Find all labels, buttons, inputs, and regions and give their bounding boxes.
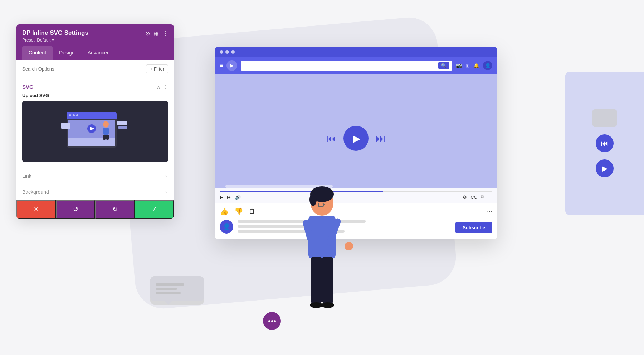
background-chevron-icon: ∨ [165, 190, 168, 195]
nav-search-input[interactable] [244, 63, 436, 68]
link-section[interactable]: Link ∨ [16, 168, 174, 184]
more-options-icon[interactable]: ··· [487, 208, 492, 215]
kebab-menu-icon[interactable]: ⋮ [162, 30, 168, 37]
svg-rect-30 [322, 257, 333, 303]
subtitles-icon[interactable]: ⚙ [463, 195, 467, 200]
like-icon[interactable]: 👍 [220, 207, 229, 216]
tab-advanced[interactable]: Advanced [81, 46, 116, 60]
nav-search-button[interactable]: 🔍 [438, 62, 449, 69]
grid-icon[interactable]: ⊞ [465, 63, 470, 68]
svg-rect-2 [67, 117, 117, 119]
action-bar: ✕ ↺ ↻ ✓ [16, 200, 174, 219]
browser-titlebar [215, 47, 497, 57]
svg-rect-15 [117, 121, 127, 125]
right-play-button[interactable]: ▶ [596, 159, 614, 177]
svg-point-32 [321, 302, 334, 308]
purple-chat-dot[interactable] [263, 312, 281, 330]
link-chevron-icon: ∨ [165, 173, 168, 178]
dot-3 [274, 320, 276, 322]
svg-rect-37 [156, 292, 181, 294]
background-section-title: Background [22, 189, 49, 195]
panel-search-bar: + Filter [16, 60, 174, 78]
svg-marker-34 [165, 301, 172, 305]
panel-header-icons: ⊙ ▦ ⋮ [145, 30, 168, 37]
svg-rect-16 [118, 126, 127, 129]
fullscreen-icon[interactable]: ⛶ [488, 195, 492, 200]
svg-marker-39 [599, 125, 605, 127]
panel-title: DP Inline SVG Settings [22, 29, 145, 37]
hamburger-icon[interactable]: ≡ [220, 62, 223, 69]
nav-play-icon: ▶ [230, 63, 234, 68]
browser-nav: ≡ ▶ 🔍 📷 ⊞ 🔔 👤 [215, 57, 497, 74]
right-ghost-chat [592, 109, 617, 127]
big-play-button[interactable]: ▶ [343, 126, 369, 151]
next-control-icon[interactable]: ⏭ [227, 195, 231, 200]
link-section-title: Link [22, 173, 31, 179]
svg-rect-13 [106, 135, 109, 140]
svg-rect-12 [103, 135, 106, 140]
browser-dot-2 [225, 50, 229, 54]
chat-bubble-bottom [150, 276, 204, 305]
panel-tabs: Content Design Advanced [16, 46, 174, 60]
svg-rect-14 [61, 123, 70, 129]
svg-point-4 [73, 114, 75, 116]
tab-content[interactable]: Content [22, 46, 53, 60]
tab-design[interactable]: Design [53, 46, 81, 60]
author-icon: 👤 [223, 223, 230, 231]
vc-right-controls: ⚙ CC ⧉ ⛶ [463, 194, 492, 200]
character-illustration [283, 182, 361, 334]
bell-icon[interactable]: 🔔 [473, 63, 479, 68]
upload-label: Upload SVG [16, 93, 174, 101]
right-skip-prev-icon: ⏮ [601, 139, 608, 148]
svg-rect-36 [156, 288, 177, 290]
purple-dot-dots [268, 320, 276, 322]
nav-logo: ▶ [226, 60, 237, 71]
captions-icon[interactable]: CC [470, 195, 477, 200]
play-control-icon[interactable]: ▶ [220, 195, 223, 200]
settings-panel: DP Inline SVG Settings Preset: Default ▾… [16, 24, 174, 219]
background-section[interactable]: Background ∨ [16, 184, 174, 200]
right-skip-prev[interactable]: ⏮ [596, 134, 614, 152]
svg-point-5 [76, 114, 78, 116]
svg-rect-35 [156, 283, 184, 286]
right-play-icon: ▶ [602, 164, 608, 173]
svg-rect-29 [311, 257, 322, 303]
columns-icon[interactable]: ▦ [153, 30, 159, 37]
redo-button[interactable]: ↻ [95, 200, 135, 219]
svg-rect-11 [103, 128, 109, 135]
search-input[interactable] [22, 66, 143, 72]
browser-dot-3 [231, 50, 235, 54]
collapse-icon[interactable]: ∧ [157, 84, 160, 90]
svg-preview-area[interactable] [22, 101, 168, 162]
play-icon: ▶ [353, 133, 361, 144]
svg-point-22 [309, 193, 317, 206]
section-kebab-icon[interactable]: ⋮ [163, 84, 168, 90]
chat-bubble-svg [150, 276, 204, 305]
skip-next-icon[interactable]: ⏭ [376, 133, 386, 144]
svg-point-31 [310, 302, 323, 308]
section-header-icons: ∧ ⋮ [157, 84, 168, 90]
cancel-button[interactable]: ✕ [16, 200, 56, 219]
camera-icon[interactable]: 📷 [456, 63, 462, 68]
filter-button[interactable]: + Filter [146, 64, 168, 73]
browser-dot-1 [220, 50, 223, 54]
pip-icon[interactable]: ⧉ [481, 194, 484, 200]
ghost-chat-svg [592, 109, 617, 127]
target-icon[interactable]: ⊙ [145, 30, 150, 37]
person-svg [283, 182, 361, 332]
add-to-playlist-icon[interactable]: 🗒 [249, 208, 255, 215]
undo-button[interactable]: ↺ [56, 200, 95, 219]
user-avatar[interactable]: 👤 [483, 61, 492, 70]
save-button[interactable]: ✓ [135, 200, 174, 219]
user-icon: 👤 [485, 63, 491, 68]
panel-title-area: DP Inline SVG Settings Preset: Default ▾ [22, 29, 145, 43]
volume-icon[interactable]: 🔊 [235, 195, 241, 200]
skip-prev-icon[interactable]: ⏮ [326, 133, 336, 144]
subscribe-button[interactable]: Subscribe [455, 222, 492, 233]
author-avatar: 👤 [220, 220, 233, 234]
svg-rect-38 [592, 109, 617, 125]
panel-preset[interactable]: Preset: Default ▾ [22, 38, 145, 43]
dislike-icon[interactable]: 👎 [234, 207, 243, 216]
right-panel-ghost: ⏮ ▶ [565, 72, 644, 215]
svg-preview-illustration [59, 108, 131, 155]
